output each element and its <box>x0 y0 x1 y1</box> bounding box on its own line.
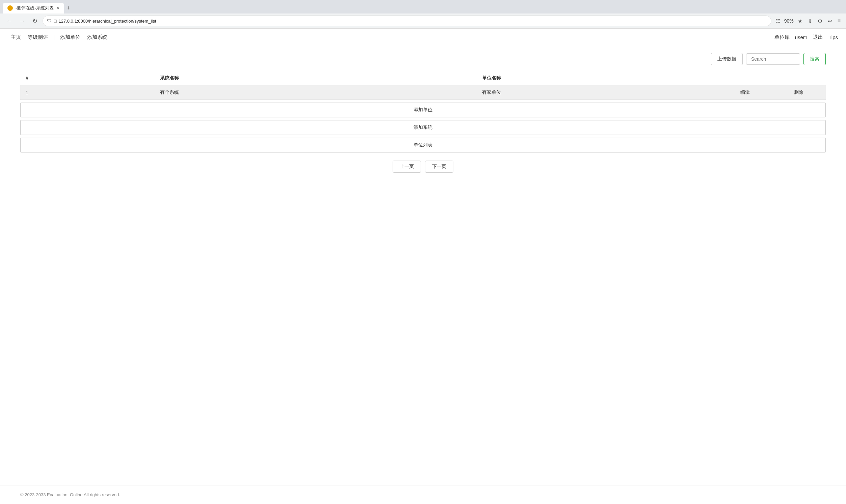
col-header-num: # <box>20 72 155 85</box>
system-table: # 系统名称 单位名称 1 有个系统 有家单位 编辑 删除 <box>20 72 826 100</box>
upload-button[interactable]: 上传数据 <box>711 53 743 65</box>
add-unit-full-button[interactable]: 添加单位 <box>20 103 826 118</box>
browser-right-icons: ☷ 90% ★ ⇓ ⚙ ↩ ≡ <box>774 17 842 25</box>
browser-controls: ← → ↻ 🛡 □ 127.0.0.1:8000/hierarchical_pr… <box>0 14 846 28</box>
download-button[interactable]: ⇓ <box>807 17 814 25</box>
url-text: 127.0.0.1:8000/hierarchical_protection/s… <box>58 19 767 24</box>
table-row: 1 有个系统 有家单位 编辑 删除 <box>20 85 826 100</box>
col-header-system: 系统名称 <box>155 72 477 85</box>
col-header-edit <box>718 72 772 85</box>
nav-home[interactable]: 主页 <box>8 33 24 42</box>
nav-grade-eval[interactable]: 等级测评 <box>25 33 51 42</box>
address-bar[interactable]: 🛡 □ 127.0.0.1:8000/hierarchical_protecti… <box>42 16 771 26</box>
cell-delete: 删除 <box>772 85 826 100</box>
settings-button[interactable]: ⚙ <box>816 17 824 25</box>
table-body: 1 有个系统 有家单位 编辑 删除 <box>20 85 826 100</box>
next-page-button[interactable]: 下一页 <box>425 161 453 173</box>
nav-add-system[interactable]: 添加系统 <box>84 33 110 42</box>
prev-page-button[interactable]: 上一页 <box>393 161 421 173</box>
edit-link[interactable]: 编辑 <box>740 89 750 95</box>
cell-num: 1 <box>20 85 155 100</box>
table-header: # 系统名称 单位名称 <box>20 72 826 85</box>
action-buttons: 添加单位 <box>20 103 826 118</box>
active-tab[interactable]: -测评在线-系统列表 × <box>3 3 64 14</box>
col-header-delete <box>772 72 826 85</box>
nav-tips[interactable]: Tips <box>828 34 838 40</box>
extensions-button[interactable]: ☷ <box>774 17 781 25</box>
cell-system-name: 有个系统 <box>155 85 477 100</box>
delete-link[interactable]: 删除 <box>794 89 804 95</box>
history-back-button[interactable]: ↩ <box>826 17 833 25</box>
menu-button[interactable]: ≡ <box>836 17 842 25</box>
bookmark-button[interactable]: ★ <box>796 17 804 25</box>
nav-left: 主页 等级测评 | 添加单位 添加系统 <box>8 33 110 42</box>
forward-button[interactable]: → <box>17 16 27 26</box>
nav-unit-lib[interactable]: 单位库 <box>774 34 790 40</box>
zoom-level: 90% <box>784 18 794 24</box>
unit-list-full-button[interactable]: 单位列表 <box>20 138 826 152</box>
tab-close-button[interactable]: × <box>56 5 59 11</box>
back-button[interactable]: ← <box>4 16 14 26</box>
page-icon: □ <box>54 18 56 24</box>
nav-right: 单位库 user1 退出 Tips <box>774 34 838 40</box>
shield-icon: 🛡 <box>47 18 52 24</box>
cell-unit-name: 有家单位 <box>477 85 718 100</box>
action-btn-row-unit-list: 单位列表 <box>20 138 826 152</box>
nav-bar: 主页 等级测评 | 添加单位 添加系统 单位库 user1 退出 Tips <box>0 29 846 46</box>
footer: © 2023-2033 Evaluation_Online.All rights… <box>0 485 846 504</box>
browser-chrome: -测评在线-系统列表 × + ← → ↻ 🛡 □ 127.0.0.1:8000/… <box>0 0 846 29</box>
nav-user[interactable]: user1 <box>795 34 808 40</box>
footer-text: © 2023-2033 Evaluation_Online.All rights… <box>20 492 120 497</box>
pagination: 上一页 下一页 <box>20 161 826 173</box>
nav-logout[interactable]: 退出 <box>813 34 823 40</box>
action-btn-row-system: 添加系统 <box>20 120 826 135</box>
tab-title: -测评在线-系统列表 <box>16 5 54 11</box>
search-button[interactable]: 搜索 <box>804 53 826 65</box>
nav-add-unit[interactable]: 添加单位 <box>57 33 83 42</box>
col-header-unit: 单位名称 <box>477 72 718 85</box>
new-tab-button[interactable]: + <box>64 3 73 13</box>
tab-favicon <box>7 5 13 11</box>
nav-divider: | <box>53 35 55 40</box>
tab-bar: -测评在线-系统列表 × + <box>0 0 846 14</box>
add-system-full-button[interactable]: 添加系统 <box>20 120 826 135</box>
cell-edit: 编辑 <box>718 85 772 100</box>
toolbar: 上传数据 搜索 <box>20 53 826 65</box>
app-container: 主页 等级测评 | 添加单位 添加系统 单位库 user1 退出 Tips 上传… <box>0 29 846 504</box>
main-content: 上传数据 搜索 # 系统名称 单位名称 1 有个系统 有家单位 <box>0 46 846 485</box>
search-input[interactable] <box>746 53 800 65</box>
refresh-button[interactable]: ↻ <box>30 16 40 26</box>
